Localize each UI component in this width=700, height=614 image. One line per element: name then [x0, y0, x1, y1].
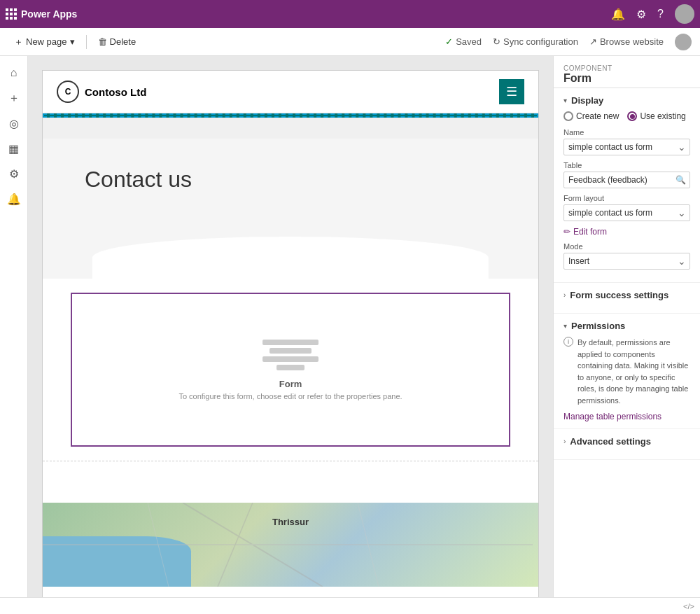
form-layout-field-group: Form layout simple contact us form: [564, 194, 690, 221]
pencil-icon: ✏: [564, 227, 570, 237]
company-name: Contoso Ltd: [85, 86, 146, 98]
hamburger-button[interactable]: ☰: [499, 79, 524, 104]
mode-select[interactable]: Insert: [564, 253, 690, 270]
display-section: ▾ Display Create new Use existing Name: [554, 88, 700, 283]
info-icon: i: [564, 337, 573, 347]
manage-permissions-link[interactable]: Manage table permissions: [564, 412, 690, 421]
chevron-down-icon: ▾: [564, 322, 567, 330]
delete-button[interactable]: 🗑 Delete: [92, 34, 142, 50]
form-icon-visual: [262, 340, 318, 370]
form-success-header[interactable]: › Form success settings: [564, 290, 690, 300]
table-label: Table: [564, 161, 690, 169]
display-label: Display: [571, 95, 603, 106]
app-title: Power Apps: [21, 8, 77, 20]
form-label: Form: [279, 379, 302, 392]
divider: [86, 35, 87, 49]
form-description: To configure this form, choose edit or r…: [178, 392, 402, 400]
right-panel: Component Form ▾ Display Create new Use …: [553, 56, 700, 597]
map-background: Thrissur: [43, 503, 538, 587]
user-avatar-small[interactable]: [675, 34, 692, 50]
form-layout-select-wrapper: simple contact us form: [564, 204, 690, 221]
name-select[interactable]: simple contact us form: [564, 139, 690, 155]
radio-circle-empty: [564, 111, 573, 121]
map-roads: [43, 503, 538, 587]
contact-section: Contact us: [43, 139, 538, 279]
form-section[interactable]: Form To configure this form, choose edit…: [43, 279, 538, 461]
form-success-label: Form success settings: [570, 290, 668, 300]
create-new-radio[interactable]: Create new: [564, 111, 619, 121]
actionbar-right: ✓ Saved ↻ Sync configuration ↗ Browse we…: [445, 34, 692, 50]
notifications-icon[interactable]: 🔔: [611, 8, 625, 21]
permissions-section: ▾ Permissions i By default, permissions …: [554, 314, 700, 429]
sidebar-data-icon[interactable]: ▦: [3, 137, 25, 160]
panel-component-label: Component: [564, 64, 690, 72]
sync-icon: ↻: [493, 36, 500, 47]
mode-field-group: Mode Insert: [564, 242, 690, 270]
display-section-header[interactable]: ▾ Display: [564, 95, 690, 106]
map-section: Thrissur: [43, 503, 538, 587]
new-page-button[interactable]: ＋ New page ▾: [8, 33, 80, 51]
name-select-wrapper: simple contact us form: [564, 139, 690, 155]
contact-title: Contact us: [85, 167, 496, 193]
advanced-settings-section: › Advanced settings: [554, 429, 700, 460]
sidebar-home-icon[interactable]: ⌂: [3, 62, 25, 84]
saved-status: ✓ Saved: [445, 36, 482, 47]
mode-label: Mode: [564, 242, 690, 251]
grid-icon: [6, 8, 17, 20]
panel-header: Component Form: [554, 56, 700, 88]
main-content: ⌂ ＋ ◎ ▦ ⚙ 🔔 C Contoso Ltd ☰ Contact us: [0, 56, 700, 597]
permissions-info-row: i By default, permissions are applied to…: [564, 337, 690, 412]
topbar-right: 🔔 ⚙ ?: [611, 4, 694, 24]
advanced-settings-label: Advanced settings: [570, 436, 651, 447]
form-layout-select[interactable]: simple contact us form: [564, 204, 690, 221]
spacer-section: [43, 461, 538, 503]
use-existing-radio[interactable]: Use existing: [627, 111, 685, 121]
display-radio-group: Create new Use existing: [564, 111, 690, 121]
permissions-text: By default, permissions are applied to c…: [578, 337, 690, 406]
form-success-section: › Form success settings: [554, 283, 700, 314]
permissions-header[interactable]: ▾ Permissions: [564, 321, 690, 331]
sidebar-settings-icon[interactable]: ⚙: [3, 162, 25, 185]
permissions-label: Permissions: [571, 321, 625, 331]
chevron-right-icon: ›: [564, 438, 566, 445]
code-icon[interactable]: </>: [683, 602, 694, 610]
panel-title: Form: [564, 72, 690, 85]
help-icon[interactable]: ?: [657, 8, 664, 20]
sidebar-left: ⌂ ＋ ◎ ▦ ⚙ 🔔: [0, 56, 28, 597]
name-label: Name: [564, 128, 690, 137]
sidebar-components-icon[interactable]: ◎: [3, 112, 25, 134]
sync-config-button[interactable]: ↻ Sync configuration: [493, 36, 578, 47]
page-content: C Contoso Ltd ☰ Contact us: [42, 70, 539, 597]
search-icon: 🔍: [676, 175, 686, 185]
user-avatar[interactable]: [675, 4, 694, 24]
sidebar-notification-icon[interactable]: 🔔: [3, 188, 25, 210]
site-header: C Contoso Ltd ☰: [43, 71, 538, 113]
actionbar: ＋ New page ▾ 🗑 Delete ✓ Saved ↻ Sync con…: [0, 28, 700, 56]
mode-select-wrapper: Insert: [564, 253, 690, 270]
chevron-down-icon: ▾: [70, 36, 75, 47]
trash-icon: 🗑: [98, 36, 107, 47]
table-search-input[interactable]: [564, 172, 690, 188]
sidebar-add-icon[interactable]: ＋: [3, 87, 25, 109]
chevron-right-icon: ›: [564, 291, 566, 299]
external-link-icon: ↗: [589, 36, 597, 47]
settings-icon[interactable]: ⚙: [636, 8, 646, 21]
table-field-group: Table 🔍: [564, 161, 690, 188]
form-layout-label: Form layout: [564, 194, 690, 202]
advanced-settings-header[interactable]: › Advanced settings: [564, 436, 690, 447]
app-logo: Power Apps: [6, 8, 77, 20]
name-field-group: Name simple contact us form: [564, 128, 690, 155]
table-search-wrapper: 🔍: [564, 172, 690, 188]
site-logo: C Contoso Ltd: [57, 81, 146, 103]
topbar: Power Apps 🔔 ⚙ ?: [0, 0, 700, 28]
check-icon: ✓: [445, 36, 453, 47]
bottom-bar: </>: [0, 597, 700, 614]
logo-icon: C: [57, 81, 79, 103]
chevron-down-icon: ▾: [564, 97, 567, 104]
form-component[interactable]: Form To configure this form, choose edit…: [71, 293, 510, 447]
edit-form-link[interactable]: ✏ Edit form: [564, 227, 690, 237]
teal-stripe: [43, 113, 538, 118]
canvas-area[interactable]: C Contoso Ltd ☰ Contact us: [28, 56, 553, 597]
plus-icon: ＋: [14, 36, 23, 48]
browse-website-button[interactable]: ↗ Browse website: [589, 36, 664, 47]
